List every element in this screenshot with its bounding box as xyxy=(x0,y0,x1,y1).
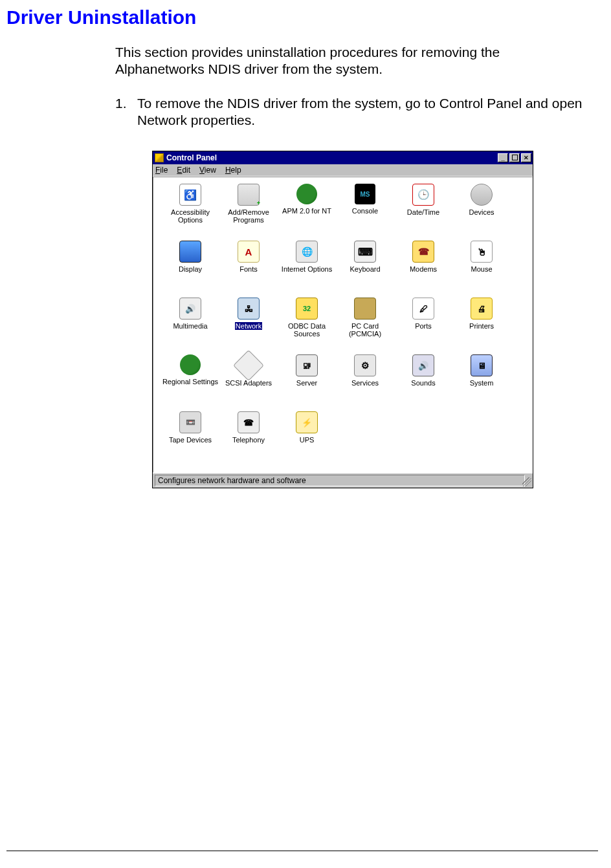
control-panel-sys-icon[interactable] xyxy=(155,153,164,162)
control-panel-statusbar: Configures network hardware and software xyxy=(153,473,533,488)
cp-item-printers[interactable]: Printers xyxy=(452,298,511,354)
resize-grip-icon[interactable] xyxy=(522,477,531,486)
maximize-button[interactable] xyxy=(509,153,520,162)
sounds-icon xyxy=(412,354,434,376)
internet-options-icon xyxy=(296,241,318,263)
control-panel-titlebar[interactable]: Control Panel xyxy=(153,151,533,164)
step-1-number: 1. xyxy=(115,95,137,129)
cp-item-modems[interactable]: Modems xyxy=(394,241,452,298)
cp-item-label: Tape Devices xyxy=(169,436,212,444)
menu-edit[interactable]: Edit xyxy=(177,166,190,175)
cp-item-label: Add/Remove Programs xyxy=(219,208,278,224)
page-footer-rule xyxy=(6,851,598,851)
cp-item-date-time[interactable]: Date/Time xyxy=(394,184,452,241)
cp-item-multimedia[interactable]: Multimedia xyxy=(161,298,219,354)
network-icon xyxy=(238,298,260,320)
cp-item-apm-2-0-for-nt[interactable]: APM 2.0 for NT xyxy=(278,184,336,241)
cp-item-regional-settings[interactable]: Regional Settings xyxy=(161,354,219,411)
cp-item-fonts[interactable]: Fonts xyxy=(219,241,278,298)
tape-devices-icon xyxy=(179,411,201,433)
modems-icon xyxy=(412,241,434,263)
intro-text: This section provides uninstallation pro… xyxy=(115,44,585,78)
cp-item-pc-card-pcmcia[interactable]: PC Card (PCMCIA) xyxy=(336,298,394,354)
ups-icon xyxy=(296,411,318,433)
cp-item-label: Telephony xyxy=(232,436,265,444)
cp-item-label: Console xyxy=(352,207,378,215)
cp-item-label: System xyxy=(470,379,494,387)
cp-item-scsi-adapters[interactable]: SCSI Adapters xyxy=(219,354,278,411)
cp-item-label: Mouse xyxy=(471,265,492,273)
server-icon xyxy=(296,354,318,376)
cp-item-label: Network xyxy=(235,322,262,330)
control-panel-menubar[interactable]: FileEditViewHelp xyxy=(153,164,533,177)
cp-item-sounds[interactable]: Sounds xyxy=(394,354,452,411)
cp-item-telephony[interactable]: Telephony xyxy=(219,411,278,468)
telephony-icon xyxy=(238,411,260,433)
control-panel-window: Control Panel FileEditViewHelp Accessibi… xyxy=(152,151,533,488)
cp-item-label: Internet Options xyxy=(282,265,332,273)
cp-item-label: ODBC Data Sources xyxy=(278,322,336,338)
cp-item-label: UPS xyxy=(300,436,315,444)
keyboard-icon xyxy=(354,241,376,263)
cp-item-label: Multimedia xyxy=(173,322,207,330)
minimize-button[interactable] xyxy=(498,153,508,162)
odbc-data-sources-icon xyxy=(296,298,318,320)
cp-item-label: Devices xyxy=(469,208,494,216)
cp-item-label: Sounds xyxy=(411,379,435,387)
cp-item-label: Keyboard xyxy=(350,265,380,273)
step-1-text: To remove the NDIS driver from the syste… xyxy=(137,95,585,129)
control-panel-title: Control Panel xyxy=(166,153,498,162)
add-remove-programs-icon xyxy=(238,184,260,206)
cp-item-label: Printers xyxy=(469,322,494,330)
cp-item-label: Modems xyxy=(410,265,437,273)
system-icon xyxy=(471,354,493,376)
display-icon xyxy=(179,241,201,263)
cp-item-display[interactable]: Display xyxy=(161,241,219,298)
services-icon xyxy=(354,354,376,376)
mouse-icon xyxy=(471,241,493,263)
cp-item-accessibility-options[interactable]: Accessibility Options xyxy=(161,184,219,241)
cp-item-label: Display xyxy=(179,265,202,273)
cp-item-label: Date/Time xyxy=(407,208,439,216)
cp-item-label: Ports xyxy=(415,322,432,330)
cp-item-tape-devices[interactable]: Tape Devices xyxy=(161,411,219,468)
cp-item-internet-options[interactable]: Internet Options xyxy=(278,241,336,298)
control-panel-body[interactable]: Accessibility OptionsAdd/Remove Programs… xyxy=(153,177,533,473)
close-button[interactable] xyxy=(521,153,531,162)
devices-icon xyxy=(471,184,493,206)
cp-item-label: Server xyxy=(296,379,317,387)
menu-help[interactable]: Help xyxy=(225,166,241,175)
statusbar-text: Configures network hardware and software xyxy=(155,475,525,486)
cp-item-label: Services xyxy=(351,379,379,387)
cp-item-label: APM 2.0 for NT xyxy=(282,207,331,215)
cp-item-label: Regional Settings xyxy=(162,378,218,385)
fonts-icon xyxy=(238,241,260,263)
cp-item-odbc-data-sources[interactable]: ODBC Data Sources xyxy=(278,298,336,354)
apm-2-0-for-nt-icon xyxy=(296,184,317,204)
menu-view[interactable]: View xyxy=(199,166,216,175)
cp-item-label: Accessibility Options xyxy=(161,208,219,224)
cp-item-add-remove-programs[interactable]: Add/Remove Programs xyxy=(219,184,278,241)
accessibility-options-icon xyxy=(179,184,201,206)
cp-item-services[interactable]: Services xyxy=(336,354,394,411)
ports-icon xyxy=(412,298,434,320)
cp-item-console[interactable]: Console xyxy=(336,184,394,241)
pc-card-pcmcia-icon xyxy=(354,298,376,320)
cp-item-server[interactable]: Server xyxy=(278,354,336,411)
cp-item-ups[interactable]: UPS xyxy=(278,411,336,468)
cp-item-network[interactable]: Network xyxy=(219,298,278,354)
printers-icon xyxy=(471,298,493,320)
cp-item-devices[interactable]: Devices xyxy=(452,184,511,241)
date-time-icon xyxy=(412,184,434,206)
cp-item-label: PC Card (PCMCIA) xyxy=(336,322,394,338)
scsi-adapters-icon xyxy=(233,350,264,381)
cp-item-ports[interactable]: Ports xyxy=(394,298,452,354)
page-heading: Driver Uninstallation xyxy=(6,6,598,28)
cp-item-label: Fonts xyxy=(239,265,258,273)
menu-file[interactable]: File xyxy=(155,166,168,175)
multimedia-icon xyxy=(179,298,201,320)
cp-item-system[interactable]: System xyxy=(452,354,511,411)
cp-item-keyboard[interactable]: Keyboard xyxy=(336,241,394,298)
cp-item-mouse[interactable]: Mouse xyxy=(452,241,511,298)
console-icon xyxy=(355,184,375,204)
